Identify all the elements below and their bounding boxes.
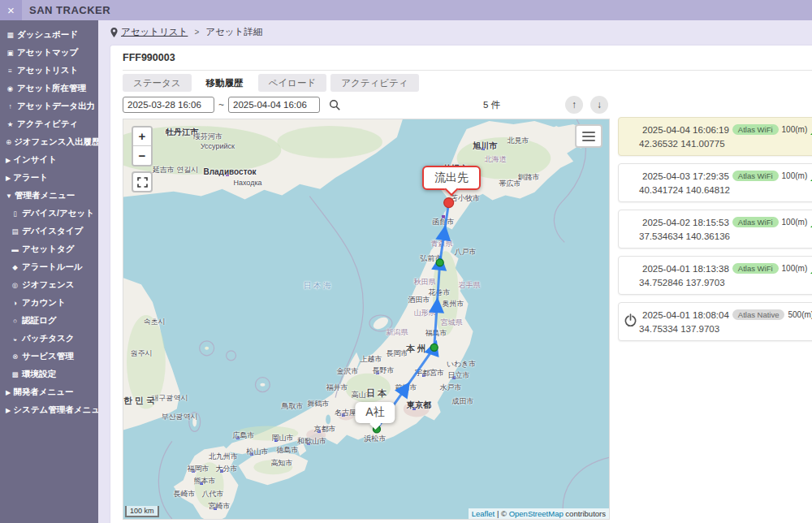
sidebar-item[interactable]: ⊗ サービス管理 (0, 348, 98, 365)
sidebar-item-label: 認証ログ (22, 315, 57, 326)
search-button[interactable] (326, 96, 343, 114)
sidebar: ▦ ダッシュボード ▣ アセットマップ ≡ アセットリスト ◉ アセット所在管理… (0, 20, 98, 523)
entry-timestamp: 2025-04-03 17:29:35 (642, 171, 729, 181)
fullscreen-icon (137, 177, 148, 188)
map-city-dot (317, 430, 321, 433)
layers-button[interactable] (575, 124, 603, 148)
entry-timestamp: 2025-04-02 18:15:53 (642, 218, 729, 227)
sidebar-item[interactable]: ▣ アセットマップ (0, 44, 98, 62)
map-city-dot (236, 436, 240, 439)
sidebar-item-icon: ⊗ (11, 352, 19, 361)
sidebar-item-label: アセットリスト (17, 65, 78, 76)
accuracy-value: 100(m) (782, 264, 808, 273)
sidebar-item[interactable]: ≡ アセットリスト (0, 62, 98, 80)
leaflet-link[interactable]: Leaflet (472, 509, 495, 518)
asset-id-title: FFF990003 (123, 52, 812, 71)
accuracy-value: 100(m) (782, 125, 808, 134)
map-canvas[interactable]: 牡丹江市绥芬河市Уссурийск延吉市 연길시ВладивостокНаход… (123, 119, 610, 520)
tab-label: 移動履歴 (206, 78, 244, 88)
sidebar-item[interactable]: ↑ アセットデータ出力 (0, 97, 98, 115)
sidebar-item-icon: ◆ (11, 263, 19, 271)
breadcrumb: アセットリスト > アセット詳細 (98, 20, 812, 44)
sidebar-item[interactable]: ◉ アセット所在管理 (0, 80, 98, 97)
history-entry[interactable]: 2025-04-01 18:13:38 Atlas WiFi 100(m) 34… (618, 256, 812, 295)
sidebar-item[interactable]: ▶ アラート (0, 169, 98, 187)
sidebar-item[interactable]: ★ アクティビティ (0, 115, 98, 133)
sidebar-item[interactable]: ◎ ジオフェンス (0, 276, 98, 294)
map-tooltip: 流出先 (422, 166, 481, 190)
sidebar-item-icon: ▤ (11, 227, 19, 236)
accuracy-value: 500(m) (788, 310, 812, 319)
map-city-dot (200, 482, 203, 485)
sidebar-item[interactable]: ▤ デバイスタイプ (0, 223, 98, 240)
sidebar-item[interactable]: ▶ 開発者メニュー (0, 383, 98, 401)
history-panel: 2025-04-04 16:06:19 Atlas WiFi 100(m) 42… (610, 74, 812, 520)
sidebar-item-label: アセットマップ (17, 47, 78, 58)
section-arrow-icon: ▶ (6, 389, 11, 396)
tab[interactable]: ペイロード (258, 74, 327, 92)
entry-nav-buttons: ↑ ↓ (565, 96, 608, 114)
sidebar-item-label: システム管理者メニュー (13, 404, 98, 416)
sidebar-item-label: ジオフェンス (22, 279, 74, 291)
entry-coordinates: 37.534634 140.36136 (639, 231, 812, 241)
source-badge: Atlas WiFi (732, 124, 779, 135)
date-from-input[interactable] (123, 97, 214, 113)
sidebar-item-label: デバイスタイプ (22, 226, 83, 237)
tab-bar: ステータス 移動履歴 ペイロード アクティビティ (123, 74, 610, 92)
zoom-out-button[interactable]: − (133, 146, 151, 165)
sidebar-item[interactable]: ▯ デバイス/アセット (0, 205, 98, 223)
sidebar-item-label: バッチタスク (22, 333, 74, 344)
fullscreen-button[interactable] (132, 171, 153, 192)
sidebar-item-label: サービス管理 (22, 351, 74, 362)
source-badge: Atlas WiFi (732, 171, 779, 181)
history-entry[interactable]: 2025-04-01 18:08:04 Atlas Native 500(m) … (618, 302, 812, 341)
map-city-dot (482, 147, 485, 150)
history-entry[interactable]: 2025-04-03 17:29:35 Atlas WiFi 100(m) 40… (618, 163, 812, 202)
tab[interactable]: ステータス (123, 74, 192, 92)
sidebar-item[interactable]: ▼ 管理者メニュー (0, 187, 98, 205)
sidebar-item[interactable]: ◒ バッチタスク (0, 330, 98, 348)
map-city-dot (342, 413, 345, 417)
tab-label: ステータス (133, 78, 181, 88)
history-entry[interactable]: 2025-04-02 18:15:53 Atlas WiFi 100(m) 37… (618, 210, 812, 249)
sidebar-item[interactable]: ○ 認証ログ (0, 312, 98, 330)
date-range-separator: ~ (218, 99, 224, 110)
map-base-tiles (123, 119, 609, 519)
sidebar-item[interactable]: ▩ 環境設定 (0, 365, 98, 383)
sidebar-item[interactable]: ◑ アカウント (0, 294, 98, 312)
filter-row: ~ 5 件 ↑ (123, 95, 610, 115)
attribution-suffix: contributors (564, 509, 606, 518)
map-city-dot (442, 215, 445, 218)
osm-link[interactable]: OpenStreetMap (509, 509, 564, 518)
map-scale: 100 km (125, 506, 159, 517)
sidebar-item[interactable]: ◆ アラートルール (0, 258, 98, 276)
date-to-input[interactable] (228, 97, 320, 113)
accuracy-value: 100(m) (782, 218, 808, 227)
sidebar-item[interactable]: ⊕ ジオフェンス入出履歴 (0, 133, 98, 151)
zoom-in-button[interactable]: + (133, 128, 151, 146)
prev-entry-button[interactable]: ↑ (565, 96, 583, 114)
sidebar-item-label: デバイス/アセット (22, 208, 94, 219)
tab[interactable]: 移動履歴 (196, 74, 254, 92)
sidebar-item[interactable]: ▶ インサイト (0, 151, 98, 169)
sidebar-item-label: ダッシュボード (17, 29, 78, 41)
history-entry[interactable]: 2025-04-04 16:06:19 Atlas WiFi 100(m) 42… (618, 117, 812, 156)
sidebar-item[interactable]: ▬ アセットタグ (0, 240, 98, 258)
close-icon[interactable]: × (0, 0, 22, 20)
next-entry-button[interactable]: ↓ (590, 96, 608, 114)
sidebar-item-icon: ★ (6, 120, 15, 128)
zoom-control: + − (132, 126, 153, 166)
map-city-dot (214, 507, 217, 510)
source-badge: Atlas WiFi (732, 217, 779, 227)
entry-coordinates: 34.752846 137.9703 (639, 278, 812, 287)
sidebar-item-icon: ◒ (11, 335, 19, 343)
sidebar-item-icon: ○ (11, 317, 19, 325)
breadcrumb-link-asset-list[interactable]: アセットリスト (121, 26, 188, 38)
sidebar-item[interactable]: ▦ ダッシュボード (0, 26, 98, 44)
sidebar-item-label: アラートルール (22, 262, 83, 273)
sidebar-item[interactable]: ▶ システム管理者メニュー (0, 401, 98, 419)
app-window: × SAN TRACKER ▦ ダッシュボード ▣ アセットマップ ≡ アセット… (0, 0, 812, 523)
sidebar-item-label: アラート (13, 172, 48, 184)
sidebar-item-icon: ▯ (11, 210, 19, 218)
tab[interactable]: アクティビティ (330, 74, 418, 92)
